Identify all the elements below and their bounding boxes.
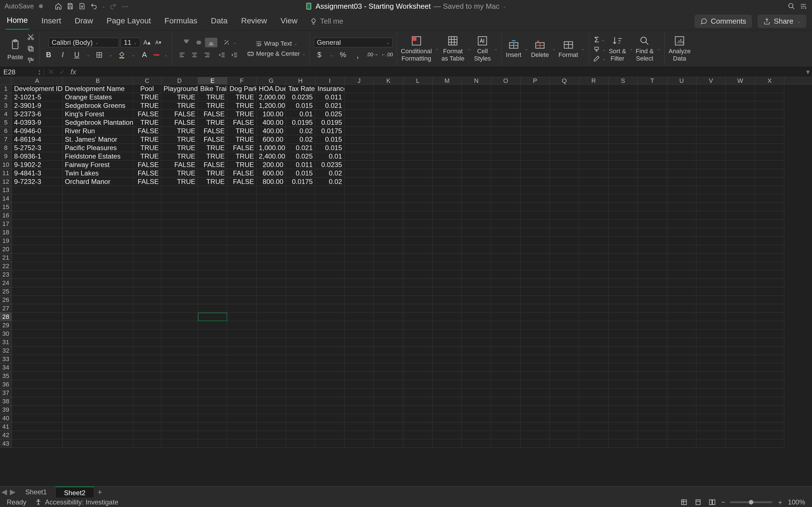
cell[interactable]	[12, 431, 63, 439]
cell[interactable]	[161, 304, 198, 313]
add-sheet-button[interactable]: ＋	[94, 487, 105, 497]
cell[interactable]	[133, 253, 161, 262]
column-header[interactable]: X	[755, 77, 784, 84]
copy-icon[interactable]	[26, 44, 36, 54]
cell[interactable]	[579, 161, 608, 169]
cell[interactable]	[579, 203, 608, 211]
cell[interactable]	[161, 321, 198, 330]
cell[interactable]	[667, 296, 696, 304]
more-icon[interactable]: ···	[121, 2, 129, 10]
row-header[interactable]: 3	[0, 101, 12, 110]
cell[interactable]	[462, 194, 491, 203]
cell[interactable]	[345, 194, 374, 203]
redo-icon[interactable]	[109, 2, 117, 10]
row-header[interactable]: 8	[0, 144, 12, 152]
cell[interactable]	[286, 220, 315, 228]
cell[interactable]: FALSE	[133, 169, 161, 177]
cell[interactable]: 0.01	[315, 152, 345, 161]
cell[interactable]: 0.0195	[286, 118, 315, 127]
cell[interactable]	[345, 144, 374, 152]
cell[interactable]	[491, 372, 520, 380]
cell[interactable]	[638, 330, 667, 338]
cell[interactable]	[227, 304, 257, 313]
cell[interactable]	[696, 372, 726, 380]
cell[interactable]	[257, 304, 286, 313]
cell[interactable]	[133, 220, 161, 228]
cell[interactable]	[755, 211, 784, 220]
row-header[interactable]: 34	[0, 363, 12, 372]
cell[interactable]	[403, 346, 433, 355]
cell[interactable]	[491, 228, 520, 237]
cell[interactable]: 5-2752-3	[12, 144, 63, 152]
row-header[interactable]: 16	[0, 211, 12, 220]
row-header[interactable]: 23	[0, 270, 12, 279]
orientation-icon[interactable]	[220, 38, 233, 47]
cell[interactable]	[667, 144, 696, 152]
cell[interactable]: 2-1021-5	[12, 93, 63, 101]
cell[interactable]	[433, 321, 462, 330]
cell[interactable]	[638, 422, 667, 431]
cell[interactable]	[133, 237, 161, 245]
autosum-button[interactable]: Σ⌄	[594, 35, 605, 44]
cell[interactable]	[491, 279, 520, 287]
cell[interactable]	[257, 363, 286, 372]
cell[interactable]	[608, 177, 638, 186]
cell[interactable]	[63, 237, 133, 245]
cell[interactable]	[462, 406, 491, 414]
cell[interactable]	[608, 152, 638, 161]
cell[interactable]	[579, 406, 608, 414]
cell[interactable]	[726, 279, 755, 287]
cell[interactable]	[227, 422, 257, 431]
cell[interactable]	[462, 93, 491, 101]
cell[interactable]	[198, 203, 227, 211]
cell[interactable]	[63, 228, 133, 237]
cell[interactable]	[667, 253, 696, 262]
row-header[interactable]: 5	[0, 118, 12, 127]
cell[interactable]	[374, 245, 403, 253]
cell[interactable]	[374, 422, 403, 431]
cell[interactable]: River Run	[63, 127, 133, 135]
cell[interactable]	[286, 194, 315, 203]
cell[interactable]	[133, 389, 161, 397]
cell[interactable]	[491, 414, 520, 422]
cell[interactable]	[755, 363, 784, 372]
cell[interactable]: TRUE	[198, 169, 227, 177]
cell[interactable]	[198, 262, 227, 270]
cell[interactable]	[462, 118, 491, 127]
column-header[interactable]: N	[462, 77, 491, 84]
cell[interactable]	[133, 355, 161, 363]
column-header[interactable]: F	[227, 77, 257, 84]
row-header[interactable]: 28	[0, 313, 12, 321]
cell[interactable]	[696, 439, 726, 448]
cell[interactable]	[608, 422, 638, 431]
cell[interactable]	[374, 346, 403, 355]
cell[interactable]	[433, 439, 462, 448]
cell[interactable]	[257, 194, 286, 203]
cell[interactable]	[579, 245, 608, 253]
cell[interactable]: FALSE	[133, 127, 161, 135]
insert-cells-button[interactable]: Insert	[506, 39, 521, 58]
cell[interactable]	[755, 161, 784, 169]
cell[interactable]	[286, 203, 315, 211]
cell[interactable]	[755, 313, 784, 321]
cell[interactable]	[462, 161, 491, 169]
cell[interactable]	[520, 287, 550, 296]
cell[interactable]	[63, 270, 133, 279]
cell[interactable]: 1,200.00	[257, 101, 286, 110]
cell[interactable]	[696, 304, 726, 313]
comma-icon[interactable]: ,	[353, 50, 363, 60]
cell[interactable]	[667, 304, 696, 313]
sheet-tab-sheet2[interactable]: Sheet2	[56, 487, 94, 498]
cell[interactable]	[491, 194, 520, 203]
cell[interactable]	[550, 422, 579, 431]
cell[interactable]	[433, 262, 462, 270]
cell[interactable]	[579, 152, 608, 161]
cell[interactable]	[638, 389, 667, 397]
font-size-select[interactable]: 11⌄	[121, 38, 140, 47]
cell[interactable]	[198, 270, 227, 279]
cell[interactable]	[550, 313, 579, 321]
cell[interactable]	[63, 313, 133, 321]
cell[interactable]	[696, 321, 726, 330]
cell[interactable]	[63, 346, 133, 355]
column-header[interactable]: B	[63, 77, 133, 84]
